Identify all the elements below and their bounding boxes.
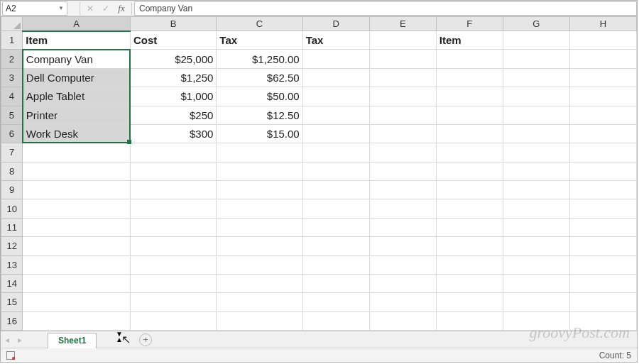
cell-G3[interactable] bbox=[503, 68, 569, 87]
row-header-16[interactable]: 16 bbox=[1, 311, 23, 330]
col-header-G[interactable]: G bbox=[503, 17, 569, 31]
cell-G6[interactable] bbox=[503, 124, 569, 143]
cell-E15[interactable] bbox=[369, 293, 436, 311]
cell-A11[interactable] bbox=[23, 218, 131, 236]
cell-E8[interactable] bbox=[369, 162, 436, 180]
cell-D14[interactable] bbox=[302, 274, 369, 292]
cell-D7[interactable] bbox=[302, 143, 369, 162]
cell-A15[interactable] bbox=[23, 293, 131, 311]
cell-H10[interactable] bbox=[569, 199, 636, 218]
cell-H4[interactable] bbox=[569, 87, 636, 106]
row-header-11[interactable]: 11 bbox=[1, 218, 23, 236]
cell-A9[interactable] bbox=[23, 181, 131, 199]
cell-F2[interactable] bbox=[436, 50, 503, 68]
cell-D9[interactable] bbox=[302, 181, 369, 199]
col-header-F[interactable]: F bbox=[436, 17, 503, 31]
cell-H15[interactable] bbox=[569, 293, 636, 311]
cell-F7[interactable] bbox=[436, 143, 503, 162]
cell-D1[interactable]: Tax bbox=[302, 31, 369, 50]
cell-F12[interactable] bbox=[436, 237, 503, 255]
cell-C14[interactable] bbox=[217, 274, 302, 292]
cell-B11[interactable] bbox=[131, 218, 217, 236]
tab-next-icon[interactable]: ▸ bbox=[13, 335, 26, 345]
col-header-C[interactable]: C bbox=[217, 17, 302, 31]
cell-D16[interactable] bbox=[302, 311, 369, 330]
cell-B3[interactable]: $1,250 bbox=[131, 68, 217, 87]
cell-B4[interactable]: $1,000 bbox=[131, 87, 217, 106]
cell-C4[interactable]: $50.00 bbox=[217, 87, 302, 106]
fx-icon[interactable]: fx bbox=[114, 1, 129, 16]
cell-G9[interactable] bbox=[503, 181, 569, 199]
cell-G11[interactable] bbox=[503, 218, 569, 236]
record-macro-icon[interactable] bbox=[6, 351, 15, 360]
cell-E2[interactable] bbox=[369, 50, 436, 68]
cell-A16[interactable] bbox=[23, 311, 131, 330]
cell-C13[interactable] bbox=[217, 255, 302, 274]
cell-D10[interactable] bbox=[302, 199, 369, 218]
cell-C8[interactable] bbox=[217, 162, 302, 180]
cell-G14[interactable] bbox=[503, 274, 569, 292]
cell-B1[interactable]: Cost bbox=[131, 31, 217, 50]
row-header-15[interactable]: 15 bbox=[1, 293, 23, 311]
cell-C5[interactable]: $12.50 bbox=[217, 106, 302, 124]
cell-E4[interactable] bbox=[369, 87, 436, 106]
cell-C2[interactable]: $1,250.00 bbox=[217, 50, 302, 68]
cell-E9[interactable] bbox=[369, 181, 436, 199]
sheet-tab-active[interactable]: Sheet1 bbox=[48, 333, 97, 348]
cell-C10[interactable] bbox=[217, 199, 302, 218]
cell-H1[interactable] bbox=[569, 31, 636, 50]
cell-A7[interactable] bbox=[23, 143, 131, 162]
cell-F6[interactable] bbox=[436, 124, 503, 143]
col-header-D[interactable]: D bbox=[302, 17, 369, 31]
cell-A4[interactable]: Apple Tablet bbox=[23, 87, 131, 106]
cell-E1[interactable] bbox=[369, 31, 436, 50]
cell-G13[interactable] bbox=[503, 255, 569, 274]
row-header-2[interactable]: 2 bbox=[1, 50, 23, 68]
row-header-6[interactable]: 6 bbox=[1, 124, 23, 143]
cell-H5[interactable] bbox=[569, 106, 636, 124]
row-header-10[interactable]: 10 bbox=[1, 199, 23, 218]
cell-B14[interactable] bbox=[131, 274, 217, 292]
cell-H9[interactable] bbox=[569, 181, 636, 199]
cell-C15[interactable] bbox=[217, 293, 302, 311]
cell-D8[interactable] bbox=[302, 162, 369, 180]
cell-F15[interactable] bbox=[436, 293, 503, 311]
cell-E7[interactable] bbox=[369, 143, 436, 162]
cell-C9[interactable] bbox=[217, 181, 302, 199]
cell-E6[interactable] bbox=[369, 124, 436, 143]
cell-H8[interactable] bbox=[569, 162, 636, 180]
cell-C16[interactable] bbox=[217, 311, 302, 330]
cancel-icon[interactable]: ✕ bbox=[82, 1, 98, 16]
cell-A14[interactable] bbox=[23, 274, 131, 292]
cell-A8[interactable] bbox=[23, 162, 131, 180]
cell-H6[interactable] bbox=[569, 124, 636, 143]
cell-D2[interactable] bbox=[302, 50, 369, 68]
cell-E5[interactable] bbox=[369, 106, 436, 124]
cell-E12[interactable] bbox=[369, 237, 436, 255]
row-header-5[interactable]: 5 bbox=[1, 106, 23, 124]
cell-G1[interactable] bbox=[503, 31, 569, 50]
formula-input[interactable]: Company Van bbox=[134, 1, 637, 16]
cell-H14[interactable] bbox=[569, 274, 636, 292]
row-header-13[interactable]: 13 bbox=[1, 255, 23, 274]
cell-B5[interactable]: $250 bbox=[131, 106, 217, 124]
cell-F11[interactable] bbox=[436, 218, 503, 236]
cell-C6[interactable]: $15.00 bbox=[217, 124, 302, 143]
select-all-corner[interactable] bbox=[1, 17, 23, 31]
cell-B16[interactable] bbox=[131, 311, 217, 330]
cell-H7[interactable] bbox=[569, 143, 636, 162]
col-header-H[interactable]: H bbox=[569, 17, 636, 31]
cell-C12[interactable] bbox=[217, 237, 302, 255]
cell-B2[interactable]: $25,000 bbox=[131, 50, 217, 68]
cell-H13[interactable] bbox=[569, 255, 636, 274]
cell-F5[interactable] bbox=[436, 106, 503, 124]
cell-E11[interactable] bbox=[369, 218, 436, 236]
cell-G7[interactable] bbox=[503, 143, 569, 162]
cell-A12[interactable] bbox=[23, 237, 131, 255]
cell-D6[interactable] bbox=[302, 124, 369, 143]
cell-D3[interactable] bbox=[302, 68, 369, 87]
row-header-4[interactable]: 4 bbox=[1, 87, 23, 106]
chevron-down-icon[interactable]: ▼ bbox=[58, 5, 64, 11]
cell-E3[interactable] bbox=[369, 68, 436, 87]
cell-G8[interactable] bbox=[503, 162, 569, 180]
